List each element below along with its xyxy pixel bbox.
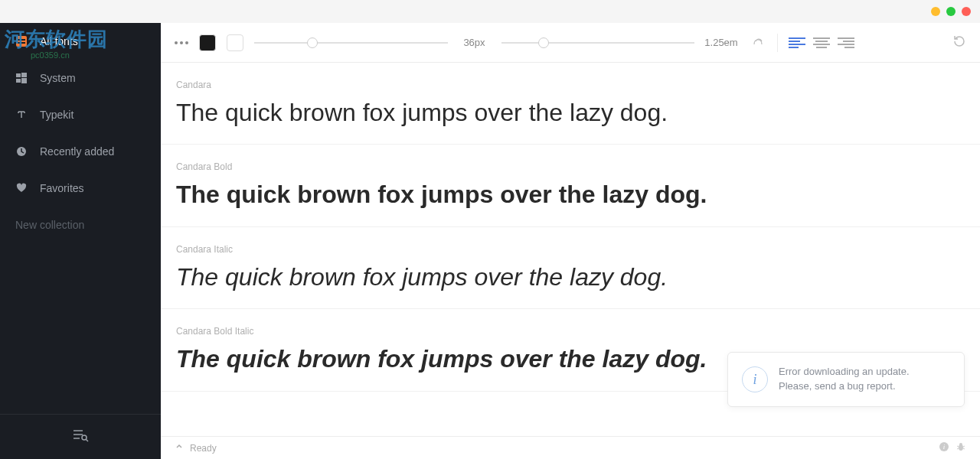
more-options-button[interactable] [175,41,188,44]
info-status-icon[interactable]: i [939,441,949,454]
info-icon: i [742,366,768,392]
typekit-icon [15,109,28,121]
window-close[interactable] [962,7,971,16]
svg-line-15 [963,446,965,447]
text-color-swatch-dark[interactable] [199,34,216,51]
update-error-toast[interactable]: i Error downloading an update. Please, s… [727,352,965,407]
font-size-slider[interactable] [254,42,448,44]
toolbar: 36px 1.25em [161,23,980,63]
font-item[interactable]: Candara Italic The quick brown fox jumps… [161,227,980,309]
font-name-label: Candara [176,80,965,90]
font-name-label: Candara Italic [176,244,965,255]
sidebar-item-label: Typekit [40,109,74,121]
status-text: Ready [190,443,217,454]
sidebar: 河东软件园 pc0359.cn All fonts System Typekit… [0,23,161,459]
font-sample: The quick brown fox jumps over the lazy … [176,98,965,127]
sidebar-item-recent[interactable]: Recently added [0,133,161,170]
align-left-button[interactable] [789,36,805,50]
font-size-slider-thumb[interactable] [307,37,318,48]
font-list[interactable]: Candara The quick brown fox jumps over t… [161,63,980,436]
watermark-text: 河东软件园 [5,26,108,53]
sidebar-item-label: Favorites [40,182,84,194]
svg-point-13 [959,443,962,446]
svg-rect-2 [16,79,21,83]
svg-line-16 [957,448,959,449]
windows-icon [15,72,28,84]
window-maximize[interactable] [946,7,956,16]
svg-line-17 [963,448,965,449]
bug-report-icon[interactable] [956,441,966,454]
clock-icon [15,145,28,158]
line-height-slider[interactable] [501,42,695,44]
line-height-slider-thumb[interactable] [538,37,549,48]
sidebar-item-typekit[interactable]: Typekit [0,96,161,133]
font-item[interactable]: Candara Bold The quick brown fox jumps o… [161,145,980,226]
svg-line-9 [86,439,88,441]
font-name-label: Candara Bold [176,161,965,172]
chevron-down-icon[interactable] [175,442,184,454]
size-slider-group: 36px 1.25em [254,37,740,48]
font-name-label: Candara Bold Italic [176,326,965,337]
sidebar-item-system[interactable]: System [0,60,161,96]
align-right-button[interactable] [838,36,854,50]
svg-rect-1 [21,73,27,77]
search-list-icon[interactable] [72,428,89,445]
svg-rect-0 [16,73,21,77]
window-minimize[interactable] [931,7,940,16]
font-size-value: 36px [456,37,494,48]
heart-icon [15,182,28,194]
align-group [789,36,854,50]
line-height-value: 1.25em [702,37,740,48]
reset-icon[interactable] [952,34,966,51]
watermark-url: pc0359.cn [31,50,70,60]
sidebar-footer [0,414,161,459]
statusbar: Ready i [161,436,980,459]
sidebar-item-favorites[interactable]: Favorites [0,170,161,207]
font-item[interactable]: Candara The quick brown fox jumps over t… [161,63,980,145]
sidebar-item-label: Recently added [40,145,114,158]
align-center-button[interactable] [813,36,830,50]
font-sample: The quick brown fox jumps over the lazy … [176,180,965,209]
font-sample: The quick brown fox jumps over the lazy … [176,262,965,291]
svg-line-14 [957,446,959,447]
main-panel: 36px 1.25em Candara [161,23,980,459]
toast-message: Error downloading an update. Please, sen… [779,365,910,394]
ligature-icon[interactable] [751,34,766,52]
sidebar-item-label: System [40,72,76,84]
text-color-swatch-light[interactable] [227,34,243,51]
new-collection-button[interactable]: New collection [0,207,161,243]
svg-rect-3 [21,78,27,83]
titlebar [0,0,980,23]
